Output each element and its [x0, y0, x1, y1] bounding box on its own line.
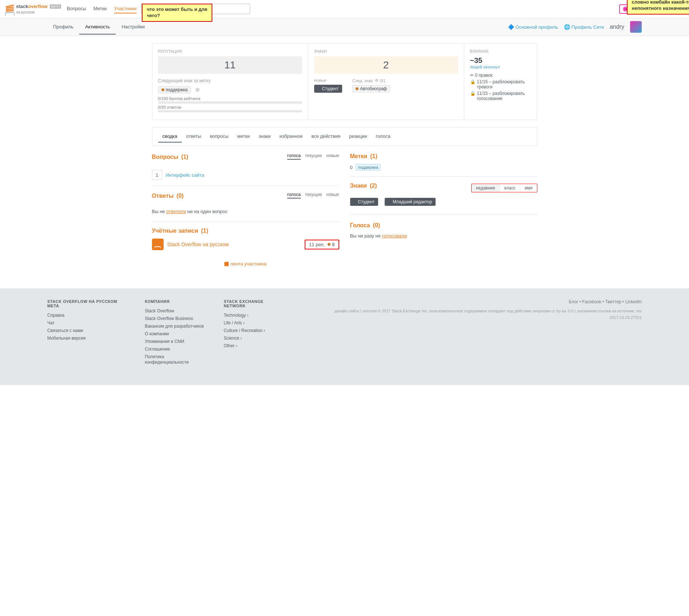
question-link-0[interactable]: Интерфейс сайта	[166, 172, 204, 178]
tab-tags[interactable]: метки	[233, 131, 255, 143]
svg-rect-7	[155, 246, 160, 247]
accounts-section: Учётные записи (1)	[152, 228, 339, 250]
tab-reactions[interactable]: реакции	[345, 131, 371, 143]
earned-badges-count: (2)	[370, 183, 377, 189]
svg-rect-8	[155, 244, 160, 245]
footer-link-other[interactable]: Other ›	[224, 343, 237, 348]
footer-link-facebook[interactable]: Facebook	[582, 299, 605, 304]
divider-4	[350, 215, 537, 215]
answers-title: Ответы (0)	[152, 193, 184, 199]
account-rep: 11 реп.	[309, 242, 325, 247]
influence-label: ВЛИЯНИЕ	[470, 49, 531, 53]
footer-col-2-links: Stack Overflow Stack Overflow Business В…	[145, 308, 209, 365]
profile-right: 🔷 Основной профиль 🌐 Профиль Сети andry	[508, 18, 642, 36]
filter-current[interactable]: текущие	[305, 153, 322, 160]
questions-filter-tabs: голоса текущие новые	[287, 153, 339, 160]
nav-users[interactable]: Участники	[114, 4, 137, 13]
questions-header-row: Вопросы (1) голоса текущие новые	[152, 153, 339, 165]
badge-dot-student	[318, 87, 321, 90]
badge-podderzhka: поддержка	[158, 86, 191, 93]
footer-link-help[interactable]: Справка	[47, 313, 64, 318]
content-row: Вопросы (1) голоса текущие новые 1 Интер…	[152, 153, 537, 267]
reputation-label: РЕПУТАЦИЯ	[158, 49, 302, 53]
footer-col-3-links: Technology › Life / Arts › Culture / Rec…	[224, 312, 287, 348]
footer-link-about[interactable]: О компании	[145, 331, 169, 336]
tags-section: Метки (1) 0 поддержка	[350, 153, 537, 171]
content-left: Вопросы (1) голоса текущие новые 1 Интер…	[152, 153, 339, 267]
filter-votes[interactable]: голоса	[287, 153, 301, 160]
question-item-0: 1 Интерфейс сайта	[152, 170, 339, 180]
tab-profile[interactable]: Профиль	[47, 20, 79, 35]
footer-link-chat[interactable]: Чат	[47, 320, 55, 325]
account-name-0[interactable]: Stack Overflow на русском	[167, 241, 229, 247]
reputation-value: 11	[158, 56, 302, 74]
influence-item-1: 🔒 11/15 – разблокировать тревоги	[470, 79, 531, 89]
new-badges-label: Новые	[314, 78, 345, 83]
badges-filter-name[interactable]: имя	[520, 184, 537, 192]
footer-col-1-title: STACK OVERFLOW НА РУССКОМ META	[47, 299, 130, 308]
next-badges-col: След. знак: ⚙ 0/1 Автобиограф	[352, 78, 392, 96]
earned-badges-header-row: Знаки (2) недавние класс имя	[350, 183, 537, 193]
footer-link-so-business[interactable]: Stack Overflow Business	[145, 316, 193, 321]
svg-rect-5	[5, 13, 6, 16]
nav-tags[interactable]: Метки	[93, 4, 107, 13]
footer-col-2-title: КОМПАНИЯ	[145, 299, 209, 304]
footer-link-privacy[interactable]: Политика конфиденциальности	[145, 354, 189, 365]
profile-tabs: Профиль Активность Настройки	[47, 20, 151, 35]
footer-link-tech[interactable]: Technology ›	[224, 313, 248, 318]
reputation-panel: РЕПУТАЦИЯ 11 Следующий знак за метку под…	[152, 44, 308, 120]
no-answers-link[interactable]: ответили	[166, 209, 186, 214]
footer-link-life-arts[interactable]: Life / Arts ›	[224, 320, 244, 325]
footer-link-jobs[interactable]: Вакансии для разработчиков	[145, 324, 204, 329]
main-profile-link[interactable]: 🔷 Основной профиль	[508, 24, 558, 30]
lock-icon-1: 🔒	[470, 79, 476, 84]
logo[interactable]: stackoverflow META на русском	[4, 3, 61, 16]
tab-badges[interactable]: знаки	[254, 131, 275, 143]
rss-area: лента участника	[152, 261, 339, 267]
influence-item-0: ✏ 0 правок	[470, 73, 531, 78]
footer-link-science[interactable]: Science ›	[224, 336, 242, 341]
progress-bar-2	[158, 110, 302, 112]
network-profile-link[interactable]: 🌐 Профиль Сети	[564, 24, 604, 30]
tab-all-actions[interactable]: все действия	[307, 131, 345, 143]
tab-summary[interactable]: сводка	[158, 131, 182, 143]
footer-link-press[interactable]: Упоминания в СМИ	[145, 339, 184, 344]
footer-link-linkedin[interactable]: LinkedIn	[625, 299, 642, 304]
ans-filter-current[interactable]: текущие	[305, 192, 322, 199]
ans-filter-votes[interactable]: голоса	[287, 192, 301, 199]
progress-bars: 0/100 баллов рейтинга 0/20 ответов	[158, 96, 302, 112]
divider-2	[152, 221, 339, 222]
tag-badge-podderzhka[interactable]: поддержка	[356, 164, 381, 171]
settings-icon-badge[interactable]: ⚙	[375, 78, 378, 83]
no-votes-link[interactable]: голосовали	[382, 233, 407, 239]
tab-questions[interactable]: вопросы	[205, 131, 233, 143]
nav-questions[interactable]: Вопросы	[67, 4, 86, 13]
footer-link-so[interactable]: Stack Overflow	[145, 308, 174, 313]
edit-icon: ✏	[470, 73, 474, 78]
filter-new[interactable]: новые	[327, 153, 339, 160]
footer-link-legal[interactable]: Соглашение	[145, 347, 170, 352]
svg-rect-1	[6, 10, 14, 11]
badges-filter-class[interactable]: класс	[500, 184, 520, 192]
rss-link[interactable]: лента участника	[152, 261, 339, 267]
progress1-label: 0/100 баллов рейтинга	[158, 96, 302, 101]
footer-link-culture[interactable]: Culture / Recreation ›	[224, 328, 265, 333]
user-avatar	[630, 21, 642, 33]
logo-text: stackoverflow META на русском	[16, 4, 61, 15]
tab-activity[interactable]: Активность	[79, 20, 116, 35]
badges-filter-recent[interactable]: недавние	[472, 184, 500, 192]
footer-link-mobile[interactable]: Мобильная версия	[47, 336, 86, 341]
header: stackoverflow META на русском Вопросы Ме…	[0, 0, 689, 18]
footer-link-blog[interactable]: Блог	[569, 299, 582, 304]
svg-rect-0	[6, 12, 14, 13]
badge-settings-icon[interactable]: ⚙	[195, 87, 200, 93]
influence-list: ✏ 0 правок 🔒 11/15 – разблокировать трев…	[470, 73, 531, 101]
footer-link-contact[interactable]: Связаться с нами	[47, 328, 83, 333]
tab-votes[interactable]: голоса	[372, 131, 395, 143]
main-nav: Вопросы Метки Участники	[67, 4, 137, 13]
tab-favorites[interactable]: избранное	[275, 131, 307, 143]
answers-filter-tabs: голоса текущие новые	[287, 192, 339, 199]
footer-link-twitter[interactable]: Твиттер	[605, 299, 625, 304]
tab-answers[interactable]: ответы	[182, 131, 206, 143]
ans-filter-new[interactable]: новые	[327, 192, 339, 199]
